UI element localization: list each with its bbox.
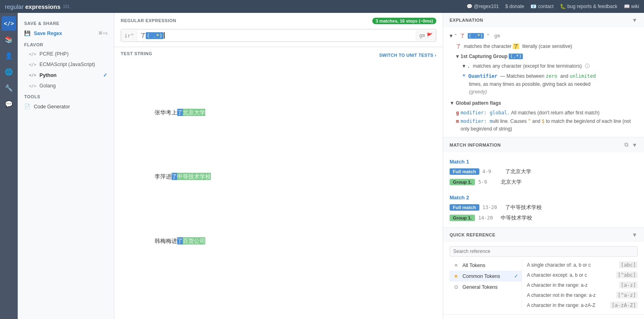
sidebar-icon-regex[interactable]: </> [2,16,16,31]
right-panel: EXPLANATION ▼ ▼ " 了 ( .*) " gm [443,13,644,319]
flavor-title: FLAVOR [18,39,114,49]
sidebar-icon-chat[interactable]: 💬 [2,97,16,111]
flavor-golang[interactable]: </> Golang [18,81,114,91]
community-icon: 🌐 [5,68,13,76]
flag-m-desc: modifier: multi line. Causes ^ and $ to … [460,118,638,133]
flag-g-item: g modifier: global. All matches (don't r… [456,109,638,117]
code-generator-item[interactable]: 📄 Code Generator [18,101,114,112]
regex-flag-icon: 🚩 [427,33,433,38]
match-1-group-pos: 5-9 [478,179,497,185]
common-tokens-label: Common Tokens [462,273,511,279]
dot-arrow[interactable]: ▼ [462,62,465,70]
python-label: Python [39,72,56,78]
group1-label: 1st Capturing Group (.*) [460,52,523,60]
match-2-group-badge: Group 1. [450,215,475,221]
le-highlight: 了 [513,44,519,49]
line3-group-1: 百货公司 [183,237,205,244]
flavor-python[interactable]: </> Python ✓ [18,70,114,81]
nav-twitter[interactable]: 💬 @regex101 [466,4,499,9]
dot-info-icon[interactable]: ⓘ [585,63,590,69]
match-2-full-pos: 13-20 [483,205,502,210]
code-gen-icon: 📄 [24,104,31,110]
explanation-body: ▼ " 了 ( .*) " gm 了 matches the character [443,27,644,137]
qr-desc-2: A character except: a, b or c [527,272,587,278]
copy-match-icon[interactable]: ⧉ [624,141,629,148]
match-2-full-badge: Full match [450,204,479,211]
match-1-label: Match 1 [450,159,638,165]
qr-token-4: [^a-z] [616,292,638,298]
qr-row-4: A character not in the range: a-z [^a-z] [527,290,638,300]
quick-ref-title: QUICK REFERENCE [450,232,495,237]
test-header: TEST STRING SWITCH TO UNIT TESTS › [114,47,443,62]
le-char-label: 了 matches the character 了 literally (cas… [456,42,572,50]
quick-ref-header[interactable]: QUICK REFERENCE ▼ [443,228,644,242]
logo[interactable]: regular expressions 101 [5,3,70,10]
explanation-header[interactable]: EXPLANATION ▼ [443,13,644,27]
qr-all-tokens[interactable]: ≡ All Tokens [450,260,522,271]
qr-row-5: A character in the range: a-zA-Z [a-zA-Z… [527,300,638,310]
chat-icon: 💬 [5,100,13,108]
match-1-full-value: 了北京大学 [505,168,531,175]
match-2-group-pos: 14-20 [478,215,497,221]
nav-wiki[interactable]: 📖 wiki [624,4,639,9]
explanation-section: EXPLANATION ▼ ▼ " 了 ( .*) " gm [443,13,644,137]
match-2-full: Full match 13-20 了中等技术学校 [450,202,638,213]
qr-row-2: A character except: a, b or c [^abc] [527,270,638,280]
flavor-ecmascript[interactable]: </> ECMAScript (JavaScript) [18,59,114,70]
nav-bug-reports[interactable]: 🐛 bug reports & feedback [560,4,617,9]
root-arrow[interactable]: ▼ [450,32,452,40]
line1-match-full-1: 了北京大学 [177,109,205,116]
qr-common-tokens[interactable]: ★ Common Tokens ✓ [450,271,522,282]
dot-label: . matches any character (except for line… [467,62,589,70]
explanation-star: * Quantifier — Matches between zero and … [462,72,638,81]
logo-version: 101 [63,4,70,9]
qr-desc-3: A character in the range: a-z [527,282,588,288]
match-info-body: Match 1 Full match 4-9 了北京大学 Group 1. 5-… [443,152,644,227]
save-shortcut: ⌘+s [98,31,107,36]
tools-title: TOOLS [18,91,114,101]
match-2-group-value: 中等技术学校 [501,214,532,222]
line3-match-full-1: 了百货公司 [177,237,205,244]
regex-dot: . [153,33,156,39]
match-1-group-badge: Group 1. [450,179,475,185]
qr-desc-1: A single character of: a, b or c [527,262,591,268]
test-content-area[interactable]: 张华考上了北京大学 李萍进了中等技术学校 韩梅梅进了百货公司 [114,62,443,319]
flavor-pcre[interactable]: </> PCRE (PHP) [18,49,114,59]
sidebar-icon-community[interactable]: 🌐 [2,64,16,79]
match-info-header[interactable]: MATCH INFORMATION ⧉ ▼ [443,137,644,152]
common-tokens-icon: ★ [453,273,459,279]
regex-char-le: 了 [140,32,146,39]
quick-ref-search-input[interactable] [450,246,638,257]
explanation-group1: ▼ 1st Capturing Group (.*) [456,52,638,61]
nav-donate[interactable]: $ donate [505,4,524,9]
match-1-group: Group 1. 5-9 北京大学 [450,177,638,187]
flag-g-desc: modifier: global. All matches (don't ret… [460,109,599,117]
star-label: * Quantifier — Matches between zero and … [462,72,596,80]
qr-row-3: A character in the range: a-z [a-z] [527,280,638,290]
star-greedy: (greedy) [469,88,638,96]
explanation-collapse-icon: ▼ [632,17,638,23]
save-regex-item[interactable]: 💾 Save Regex ⌘+s [18,27,114,39]
qr-token-2: [^abc] [616,271,638,278]
save-regex-label: Save Regex [34,31,62,36]
nav-contact[interactable]: 📧 contact [530,4,553,9]
line2-text-1: 李萍进 [155,173,171,180]
test-section: TEST STRING SWITCH TO UNIT TESTS › 张华考上了… [114,47,443,319]
match-badge: 3 matches, 16 steps (~0ms) [372,18,436,24]
switch-to-unit-tests-button[interactable]: SWITCH TO UNIT TESTS › [379,53,436,58]
sidebar-icon-account[interactable]: 👤 [2,48,16,63]
group1-arrow[interactable]: ▼ [456,52,459,60]
qr-general-tokens[interactable]: ⊙ General Tokens [450,282,522,292]
sidebar-icon-library[interactable]: 📚 [2,32,16,47]
test-line-3: 韩梅梅进了百货公司 [121,224,436,258]
pcre-tag: </> [29,52,36,56]
sidebar-icon-tools[interactable]: 🔧 [2,81,16,95]
save-icon: 💾 [24,30,31,36]
quick-ref-body: ≡ All Tokens ★ Common Tokens ✓ ⊙ General… [443,242,644,314]
qr-token-3: [a-z] [619,282,638,288]
regex-star: * [156,33,159,39]
code-gen-label: Code Generator [34,104,70,110]
explanation-dot: ▼ . matches any character (except for li… [462,62,638,70]
golang-label: Golang [39,83,56,89]
regex-display[interactable]: 了 ( .*) [137,29,415,41]
